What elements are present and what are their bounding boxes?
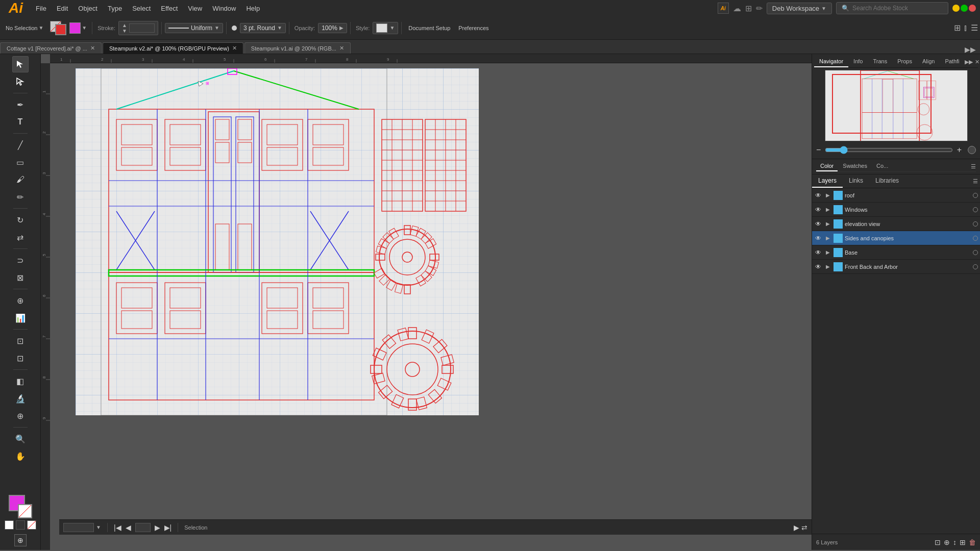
column-graph-tool[interactable]: 📊	[12, 310, 29, 326]
menu-effect[interactable]: Effect	[157, 3, 182, 14]
line-style-dropdown[interactable]: Uniform ▼	[165, 23, 223, 33]
brush-dropdown[interactable]: 3 pt. Round ▼	[240, 23, 286, 33]
layer-item-roof[interactable]: 👁 ▶ roof	[812, 188, 980, 203]
shape-tool[interactable]: ▭	[12, 154, 29, 170]
layer-expand-frontback[interactable]: ▶	[824, 263, 831, 270]
layer-expand-sides[interactable]: ▶	[824, 235, 831, 242]
tab-info[interactable]: Info	[848, 56, 868, 67]
layer-visibility-frontback[interactable]: 👁	[814, 263, 822, 271]
warp-tool[interactable]: ⊃	[12, 252, 29, 268]
prev-page-button[interactable]: ◀	[126, 523, 131, 532]
reflect-tool[interactable]: ⇄	[12, 229, 29, 245]
tab-align[interactable]: Align	[917, 56, 940, 67]
zoom-dropdown-arrow[interactable]: ▼	[96, 524, 101, 530]
layer-dot-roof[interactable]	[973, 193, 978, 198]
layer-expand-roof[interactable]: ▶	[824, 192, 831, 199]
last-page-button[interactable]: ▶|	[164, 523, 172, 532]
tab-steampunk-v2[interactable]: Steampunk v2.ai* @ 100% (RGB/GPU Preview…	[103, 42, 243, 54]
move-to-new-layer-button[interactable]: ↕	[953, 538, 957, 546]
blend-tool[interactable]: ⊠	[12, 269, 29, 286]
layer-expand-windows[interactable]: ▶	[824, 206, 831, 213]
zoom-in-button[interactable]: +	[957, 145, 962, 155]
layer-dot-windows[interactable]	[973, 207, 978, 212]
tab-color[interactable]: Color	[816, 161, 838, 171]
fill-stroke-dropdown[interactable]: ▼	[69, 22, 87, 34]
menu-window[interactable]: Window	[208, 3, 240, 14]
layer-item-base[interactable]: 👁 ▶ Base	[812, 245, 980, 260]
create-new-layer-button[interactable]: ⊞	[960, 538, 966, 546]
brush-tool[interactable]: 🖌	[12, 171, 29, 188]
zoom-out-button[interactable]: −	[816, 145, 821, 155]
create-new-sublayer-button[interactable]: ⊕	[944, 538, 950, 546]
layer-dot-elevation[interactable]	[973, 221, 978, 227]
menu-help[interactable]: Help	[242, 3, 264, 14]
stroke-color-swatch[interactable]	[55, 24, 66, 35]
zoom-slider[interactable]	[825, 146, 952, 154]
tab-libraries[interactable]: Libraries	[869, 174, 905, 188]
menu-type[interactable]: Type	[104, 3, 126, 14]
stroke-swatch-large[interactable]	[18, 504, 32, 518]
tab-close-steampunk-v1[interactable]: ✕	[339, 45, 344, 52]
panel-menu-icon[interactable]: ☰	[971, 23, 978, 33]
layer-dot-base[interactable]	[973, 250, 978, 255]
layer-visibility-sides[interactable]: 👁	[814, 234, 822, 242]
type-tool[interactable]: T	[12, 114, 29, 130]
line-tool[interactable]: ╱	[12, 137, 29, 153]
layer-expand-base[interactable]: ▶	[824, 249, 831, 256]
hand-tool[interactable]: ✋	[12, 448, 29, 464]
menu-edit[interactable]: Edit	[53, 3, 72, 14]
swap-colors-icon[interactable]	[16, 520, 25, 530]
tab-close-steampunk-v2[interactable]: ✕	[232, 45, 237, 52]
tab-props[interactable]: Props	[892, 56, 917, 67]
menu-select[interactable]: Select	[128, 3, 155, 14]
zoom-input[interactable]: 100%	[63, 523, 94, 532]
tab-navigator[interactable]: Navigator	[814, 56, 848, 67]
tab-swatches[interactable]: Swatches	[839, 161, 871, 171]
delete-layer-button[interactable]: 🗑	[969, 538, 976, 546]
maximize-button[interactable]	[961, 5, 968, 12]
layer-visibility-roof[interactable]: 👁	[814, 191, 822, 199]
symbol-tool[interactable]: ⊕	[12, 292, 29, 309]
magenta-swatch[interactable]	[69, 22, 81, 34]
page-number-input[interactable]: 1	[135, 523, 151, 532]
toggle-button[interactable]: ⇄	[801, 523, 807, 532]
layer-item-frontback[interactable]: 👁 ▶ Front Back and Arbor	[812, 260, 980, 274]
align-icon[interactable]: ⫿	[964, 23, 968, 33]
collapse-icon[interactable]: ▶▶	[965, 59, 973, 65]
tab-co[interactable]: Co...	[872, 161, 892, 171]
menu-file[interactable]: File	[32, 3, 51, 14]
layer-visibility-base[interactable]: 👁	[814, 248, 822, 257]
layer-expand-elevation[interactable]: ▶	[824, 220, 831, 228]
artboard-tool[interactable]: ⊡	[12, 333, 29, 349]
color-panel-menu-icon[interactable]: ☰	[971, 163, 976, 170]
tab-pathfi[interactable]: Pathfi	[940, 56, 964, 67]
canvas-content[interactable]: ⊞ 100% ▼ |◀ ◀ 1 ▶ ▶| Selection ▶ ⇄	[50, 63, 812, 535]
selection-mode-dropdown[interactable]: No Selection ▼	[2, 23, 47, 33]
direct-selection-tool[interactable]	[12, 73, 29, 90]
opacity-input[interactable]: 100% ▶	[318, 23, 347, 33]
close-button[interactable]	[969, 5, 976, 12]
menu-object[interactable]: Object	[74, 3, 102, 14]
tab-cottage[interactable]: Cottage v1 [Recovered].ai* @ ... ✕	[0, 42, 102, 54]
selection-tool[interactable]	[12, 56, 29, 72]
document-setup-button[interactable]: Document Setup	[405, 23, 454, 33]
measure-tool[interactable]: ⊕	[12, 408, 29, 424]
zoom-tool[interactable]: 🔍	[12, 431, 29, 447]
search-box[interactable]: 🔍	[836, 2, 948, 14]
next-page-button[interactable]: ▶	[155, 523, 160, 532]
workspace-button[interactable]: Deb Workspace ▼	[767, 3, 832, 14]
search-input[interactable]	[852, 5, 943, 12]
layer-visibility-elevation[interactable]: 👁	[814, 220, 822, 228]
minimize-button[interactable]	[952, 5, 960, 12]
pen-tool[interactable]: ✒	[12, 96, 29, 113]
play-button[interactable]: ▶	[794, 523, 799, 532]
layer-dot-frontback[interactable]	[973, 264, 978, 269]
menu-view[interactable]: View	[184, 3, 206, 14]
none-color-icon[interactable]	[27, 520, 36, 530]
tab-trans[interactable]: Trans	[868, 56, 892, 67]
tab-steampunk-v1[interactable]: Steampunk v1.ai @ 200% (RGB... ✕	[244, 42, 351, 54]
tab-links[interactable]: Links	[843, 174, 869, 188]
close-navigator-icon[interactable]: ✕	[975, 59, 979, 65]
rotate-tool[interactable]: ↻	[12, 212, 29, 228]
arrange-icon[interactable]: ⊞	[954, 23, 961, 33]
